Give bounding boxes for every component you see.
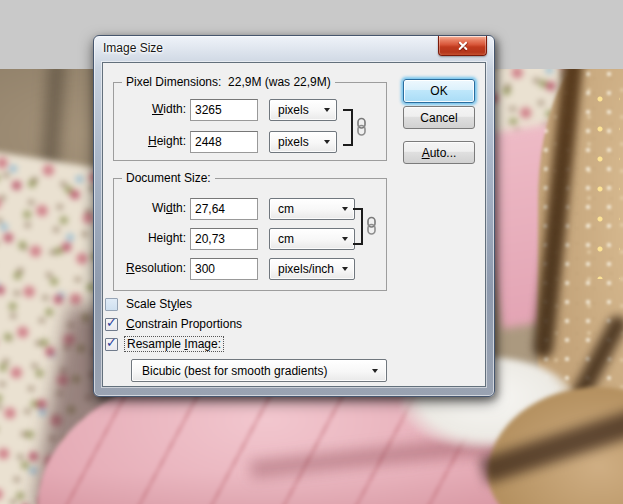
ok-button-label: OK [430,84,447,98]
auto-button-label: Auto... [422,146,457,160]
pixel-dimensions-legend: Pixel Dimensions: 22,9M (was 22,9M) [122,75,335,89]
constrain-proportions-row[interactable]: ✓ Constrain Proportions [105,316,242,332]
pixel-height-unit-select[interactable]: pixels [269,131,337,153]
cancel-button-label: Cancel [420,111,457,125]
photo-gold-sparkles [592,89,620,279]
pixel-width-unit-value: pixels [270,103,324,117]
cancel-button[interactable]: Cancel [403,106,475,129]
resample-image-label[interactable]: Resample Image: [124,336,224,352]
doc-height-unit-value: cm [270,232,342,246]
resolution-unit-value: pixels/inch [270,262,342,276]
scale-styles-label[interactable]: Scale Styles [126,297,192,311]
close-button[interactable] [438,36,487,56]
doc-height-row: Height: cm [114,228,386,250]
checkmark-icon: ✓ [106,336,117,349]
resample-method-select[interactable]: Bicubic (best for smooth gradients) [131,359,387,382]
chevron-down-icon [342,237,348,241]
doc-width-row: Width: cm [114,198,386,220]
ok-button[interactable]: OK [403,79,475,103]
resolution-row: Resolution: pixels/inch [114,258,386,280]
pixel-width-label: Width: [114,102,186,116]
resample-image-checkbox[interactable]: ✓ [105,338,118,351]
chevron-down-icon [324,108,330,112]
chevron-down-icon [324,140,330,144]
auto-button[interactable]: Auto... [403,141,475,164]
doc-width-unit-select[interactable]: cm [269,198,355,220]
scale-styles-row[interactable]: Scale Styles [105,296,192,312]
document-size-group: Document Size: Width: cm Height: cm [113,178,387,291]
constrain-bracket-doc [353,208,363,245]
doc-width-label: Width: [114,201,186,215]
chevron-down-icon [342,267,348,271]
link-icon [365,216,378,235]
close-icon [439,36,486,55]
chevron-down-icon [342,207,348,211]
chevron-down-icon [372,369,378,373]
link-icon [355,117,368,136]
pixel-width-unit-select[interactable]: pixels [269,99,337,121]
constrain-proportions-checkbox[interactable]: ✓ [105,318,118,331]
image-size-dialog: Image Size Pixel Dimensions: 22,9M (was … [93,35,495,397]
pixel-width-input[interactable] [190,99,258,121]
doc-height-unit-select[interactable]: cm [269,228,355,250]
doc-height-input[interactable] [190,228,258,250]
document-size-legend: Document Size: [122,171,215,185]
scale-styles-checkbox[interactable] [105,298,118,311]
pixel-height-input[interactable] [190,131,258,153]
constrain-proportions-label[interactable]: Constrain Proportions [126,317,242,331]
screen: Image Size Pixel Dimensions: 22,9M (was … [0,0,623,504]
dialog-client-area: Pixel Dimensions: 22,9M (was 22,9M) Widt… [102,62,486,387]
resample-method-value: Bicubic (best for smooth gradients) [132,364,372,378]
pixel-height-label: Height: [114,134,186,148]
pixel-height-unit-value: pixels [270,135,324,149]
dialog-title: Image Size [103,41,163,55]
doc-width-unit-value: cm [270,202,342,216]
doc-width-input[interactable] [190,198,258,220]
constrain-bracket [343,109,353,146]
resample-image-row[interactable]: ✓ Resample Image: [105,336,224,352]
doc-height-label: Height: [114,231,186,245]
resolution-input[interactable] [190,258,258,280]
checkmark-icon: ✓ [106,316,117,329]
resolution-label: Resolution: [114,261,186,275]
dialog-titlebar[interactable]: Image Size [94,36,494,62]
resolution-unit-select[interactable]: pixels/inch [269,258,355,280]
